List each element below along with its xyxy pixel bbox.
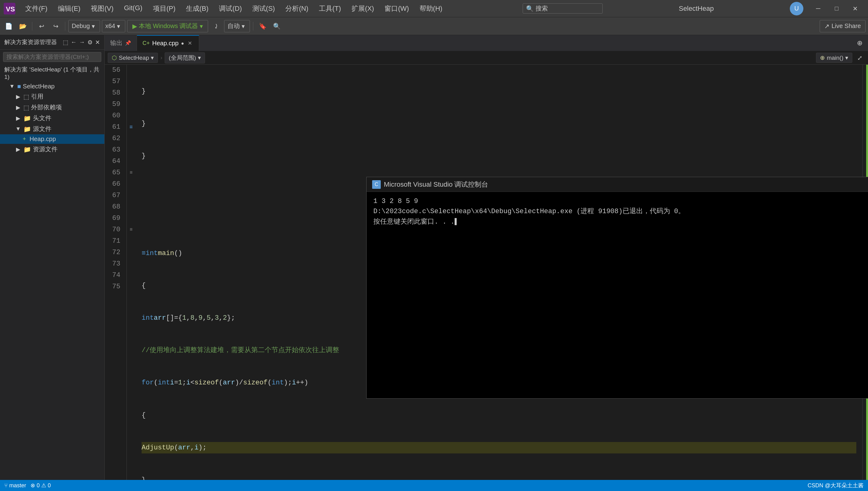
line-num-58: 58 bbox=[108, 87, 120, 99]
sidebar-item-source-files[interactable]: ▼ 📁 源文件 bbox=[0, 123, 104, 134]
heap-cpp-tab-label: Heap.cpp bbox=[152, 40, 179, 47]
line-num-73: 73 bbox=[108, 258, 120, 270]
statusbar-right: CSDN @大耳朵土土酱 bbox=[808, 482, 864, 489]
sidebar-icon-2[interactable]: ← bbox=[71, 39, 76, 46]
cursor-blink: ▌ bbox=[455, 218, 459, 226]
close-sidebar-icon[interactable]: ✕ bbox=[95, 39, 100, 46]
sidebar-item-headers[interactable]: ▶ 📁 头文件 bbox=[0, 113, 104, 123]
menu-window[interactable]: 窗口(W) bbox=[380, 3, 413, 15]
collapse-icon: ▼ bbox=[15, 126, 22, 132]
console-output-2: D:\2023code.c\SelectHeap\x64\Debug\Selec… bbox=[373, 206, 868, 215]
user-avatar[interactable]: U bbox=[790, 2, 803, 16]
line-num-64: 64 bbox=[108, 156, 120, 167]
file-selector[interactable]: ⬡ SelectHeap ▾ bbox=[108, 53, 158, 63]
sidebar-icon-4[interactable]: ⚙ bbox=[87, 39, 93, 46]
menu-extensions[interactable]: 扩展(X) bbox=[347, 3, 378, 15]
line-num-70: 70 bbox=[108, 224, 120, 236]
menu-help[interactable]: 帮助(H) bbox=[415, 3, 447, 15]
open-file-button[interactable]: 📂 bbox=[17, 20, 29, 32]
sidebar-header-icons: ⬚ ← → ⚙ ✕ bbox=[63, 39, 100, 46]
code-line-66: { bbox=[142, 410, 856, 421]
debug-console-window[interactable]: C Microsoft Visual Studio 调试控制台 1 3 2 8 … bbox=[366, 177, 868, 399]
minimize-button[interactable]: ─ bbox=[809, 0, 827, 17]
line-num-72: 72 bbox=[108, 247, 120, 258]
line-num-61: 61 bbox=[108, 122, 120, 133]
menu-test[interactable]: 测试(S) bbox=[248, 3, 279, 15]
sidebar-item-references[interactable]: ▶ ⬚ 引用 bbox=[0, 91, 104, 102]
live-share-label: Live Share bbox=[831, 23, 861, 30]
main-layout: 解决方案资源管理器 ⬚ ← → ⚙ ✕ 解决方案 'SelectHeap' (1… bbox=[0, 35, 868, 491]
redo-button[interactable]: ↪ bbox=[50, 20, 62, 32]
chevron-down-icon: ▾ bbox=[845, 54, 848, 61]
line-num-66: 66 bbox=[108, 179, 120, 190]
expand-icon: ▶ bbox=[15, 104, 22, 111]
function-label: main() bbox=[827, 55, 843, 61]
line-num-68: 68 bbox=[108, 201, 120, 213]
bookmark-button[interactable]: 🔖 bbox=[256, 20, 269, 32]
code-line-58: } bbox=[142, 151, 856, 162]
split-editor-icon[interactable]: ⊕ bbox=[855, 39, 865, 47]
undo-button[interactable]: ↩ bbox=[35, 20, 48, 32]
menu-git[interactable]: Git(G) bbox=[120, 3, 147, 15]
expand-editor-button[interactable]: ⤢ bbox=[855, 53, 865, 63]
function-selector[interactable]: ⊕ main() ▾ bbox=[816, 53, 852, 63]
step-over-button[interactable]: ⤸ bbox=[210, 20, 222, 32]
folder-icon: 📁 bbox=[23, 146, 31, 153]
sidebar-icon-1[interactable]: ⬚ bbox=[63, 39, 68, 46]
line-num-59: 59 bbox=[108, 99, 120, 110]
sidebar-search-input[interactable] bbox=[6, 54, 98, 60]
pin-icon: 📌 bbox=[125, 40, 131, 46]
solution-explorer-panel: 解决方案资源管理器 ⬚ ← → ⚙ ✕ 解决方案 'SelectHeap' (1… bbox=[0, 35, 105, 491]
global-search[interactable]: 🔍 搜索 bbox=[523, 3, 603, 13]
tab-output[interactable]: 输出 📌 bbox=[105, 35, 137, 51]
toolbar: 📄 📂 ↩ ↪ Debug ▾ x64 ▾ ▶ 本地 Windows 调试器 ▾… bbox=[0, 17, 868, 35]
file-icon: + bbox=[21, 136, 28, 142]
share-icon: ↗ bbox=[824, 23, 830, 30]
sidebar-search-box[interactable] bbox=[3, 52, 101, 62]
run-debugger-button[interactable]: ▶ 本地 Windows 调试器 ▾ bbox=[127, 20, 208, 32]
file-selector-label: SelectHeap bbox=[119, 55, 149, 61]
scope-selector[interactable]: (全局范围) ▾ bbox=[165, 52, 205, 63]
line-num-69: 69 bbox=[108, 213, 120, 224]
debug-config-dropdown[interactable]: Debug ▾ bbox=[68, 20, 100, 32]
code-line-67: AdjustUp(arr, i); bbox=[142, 442, 856, 454]
chevron-down-icon: ▾ bbox=[151, 54, 154, 61]
menu-analyze[interactable]: 分析(N) bbox=[281, 3, 313, 15]
collapse-icon: ▼ bbox=[9, 83, 16, 90]
menu-tools[interactable]: 工具(T) bbox=[315, 3, 345, 15]
sidebar-item-resources[interactable]: ▶ 📁 资源文件 bbox=[0, 144, 104, 155]
folder-icon: 📁 bbox=[23, 115, 31, 122]
console-output-3-text: 按任意键关闭此窗口. . . bbox=[373, 218, 455, 226]
menu-edit[interactable]: 编辑(E) bbox=[54, 3, 85, 15]
close-tab-button[interactable]: ✕ bbox=[187, 40, 193, 47]
statusbar-branch: ⑂ master bbox=[4, 482, 26, 489]
breakpoint-column: ≡ ≡ ≡ bbox=[127, 65, 135, 491]
new-file-button[interactable]: 📄 bbox=[2, 20, 15, 32]
run-label: 本地 Windows 调试器 bbox=[139, 22, 198, 30]
menu-project[interactable]: 项目(P) bbox=[149, 3, 180, 15]
sidebar-item-selectheap[interactable]: ▼ ■ SelectHeap bbox=[0, 82, 104, 91]
tab-heap-cpp[interactable]: C+ Heap.cpp ● ✕ bbox=[137, 35, 199, 51]
menu-file[interactable]: 文件(F) bbox=[21, 3, 52, 15]
file-selector-icon: ⬡ bbox=[112, 54, 117, 61]
chevron-down-icon: ▾ bbox=[198, 54, 201, 61]
find-button[interactable]: 🔍 bbox=[271, 20, 283, 32]
maximize-button[interactable]: □ bbox=[827, 0, 846, 17]
sidebar-icon-3[interactable]: → bbox=[79, 39, 85, 46]
auto-dropdown[interactable]: 自动 ▾ bbox=[224, 20, 250, 32]
references-label: 引用 bbox=[31, 92, 43, 101]
live-share-button[interactable]: ↗ Live Share bbox=[820, 20, 866, 32]
debug-console-body: 1 3 2 8 5 9 D:\2023code.c\SelectHeap\x64… bbox=[367, 192, 868, 398]
menu-build[interactable]: 生成(B) bbox=[182, 3, 213, 15]
arch-dropdown[interactable]: x64 ▾ bbox=[102, 20, 125, 32]
sidebar-item-external-deps[interactable]: ▶ ⬚ 外部依赖项 bbox=[0, 102, 104, 113]
sidebar-item-heap-cpp[interactable]: + Heap.cpp bbox=[0, 134, 104, 144]
line-numbers: 56 57 58 59 60 61 62 63 64 65 66 67 68 6… bbox=[105, 65, 127, 491]
source-files-label: 源文件 bbox=[33, 125, 52, 133]
statusbar-errors: ⊗ 0 ⚠ 0 bbox=[30, 482, 51, 489]
close-button[interactable]: ✕ bbox=[846, 0, 864, 17]
statusbar: ⑂ master ⊗ 0 ⚠ 0 CSDN @大耳朵土土酱 bbox=[0, 480, 868, 491]
line-num-75: 75 bbox=[108, 281, 120, 293]
menu-view[interactable]: 视图(V) bbox=[87, 3, 118, 15]
menu-debug[interactable]: 调试(D) bbox=[215, 3, 246, 15]
